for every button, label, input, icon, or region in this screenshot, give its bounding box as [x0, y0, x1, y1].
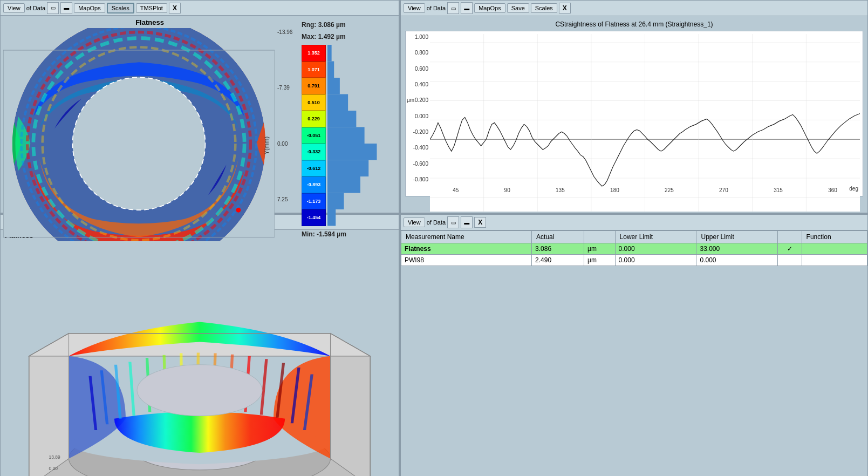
col-header-upper: Upper Limit	[696, 231, 778, 243]
rng-stat: Rng: 3.086 µm	[302, 21, 393, 29]
scales-button-tl[interactable]: Scales	[107, 3, 134, 13]
tmsplot-button-tl[interactable]: TMSPlot	[136, 3, 167, 13]
cell-actual-pwi98: 2.490	[532, 255, 584, 266]
y-axis-ticks: -13.96 -7.39 0.00 7.25 13.82	[277, 28, 296, 260]
panel-top-right: View of Data ▭ ▬ MapOps Save Scales X CS…	[400, 0, 868, 213]
close-button-br[interactable]: X	[474, 217, 486, 228]
histogram-area: Rng: 3.086 µm Max: 1.492 µm 1.352 1.071 …	[299, 18, 396, 276]
flatness-map-content: Flatness -13.96 -7.39 0.00 7.25 13.82	[1, 16, 399, 279]
mapops-button-tr[interactable]: MapOps	[474, 3, 505, 13]
straightness-graph-svg	[430, 34, 860, 212]
y-axis-labels: 1.000 0.800 0.600 0.400 0.200 0.000 -0.2…	[406, 34, 430, 182]
y-label-6: 0.000	[415, 113, 428, 119]
view-button-br[interactable]: View	[404, 217, 425, 227]
flatness-map-title: Flatness	[3, 18, 296, 26]
svg-rect-12	[327, 62, 334, 78]
cell-lower-pwi98: 0.000	[615, 255, 696, 266]
col-header-function: Function	[802, 231, 867, 243]
cell-check-flatness: ✓	[778, 243, 802, 255]
svg-text:Y(mm): Y(mm)	[263, 137, 270, 155]
map-svg-container: -13.96 -7.39 0.00 7.25 13.82	[3, 28, 296, 270]
icon-btn-1-tl[interactable]: ▭	[47, 2, 59, 14]
cell-name-pwi98: PWI98	[401, 255, 532, 266]
col-header-unit	[584, 231, 616, 243]
icon-btn-2-tr[interactable]: ▬	[461, 2, 473, 14]
x-label-4: 180	[610, 187, 619, 193]
icon-btn-2-tl[interactable]: ▬	[60, 2, 72, 14]
save-button-tr[interactable]: Save	[507, 3, 529, 13]
svg-rect-18	[327, 160, 368, 177]
x-label-7: 315	[774, 187, 783, 193]
svg-rect-15	[327, 111, 356, 127]
svg-text:0.00: 0.00	[49, 466, 58, 471]
cell-function-flatness	[802, 243, 867, 255]
y-label-1: 1.000	[415, 34, 428, 40]
y-tick-3: 0.00	[277, 141, 288, 147]
cell-function-pwi98	[802, 255, 867, 266]
x-label-8: 360	[828, 187, 837, 193]
svg-rect-13	[327, 78, 340, 94]
of-data-label-tl: of Data	[26, 5, 45, 11]
cb-7: -0.332	[302, 144, 326, 160]
cb-11: -1.454	[302, 209, 326, 226]
y-label-8: -0.400	[413, 145, 428, 151]
panel-bottom-right: View of Data ▭ ▬ X Measurement Name Actu…	[400, 214, 868, 476]
graph-area: 1.000 0.800 0.600 0.400 0.200 0.000 -0.2…	[405, 31, 863, 196]
cell-check-pwi98	[778, 255, 802, 266]
table-row-pwi98: PWI98 2.490 µm 0.000 0.000	[401, 255, 867, 266]
y-tick-2: -7.39	[277, 85, 290, 91]
icon-btn-2-br[interactable]: ▬	[461, 216, 473, 228]
col-header-actual: Actual	[532, 231, 584, 243]
svg-rect-19	[327, 176, 360, 193]
mapops-button-tl[interactable]: MapOps	[74, 3, 105, 13]
svg-rect-20	[327, 193, 344, 210]
cb-3: 0.791	[302, 78, 326, 94]
colorbar-container: 1.352 1.071 0.791 0.510 0.229 -0.051 -0.…	[302, 45, 393, 226]
cell-actual-flatness: 3.086	[532, 243, 584, 255]
close-button-tr[interactable]: X	[559, 3, 571, 13]
svg-rect-11	[327, 45, 332, 62]
icon-btn-1-tr[interactable]: ▭	[447, 2, 459, 14]
toolbar-top-left: View of Data ▭ ▬ MapOps Scales TMSPlot X	[1, 1, 399, 16]
view-button-tl[interactable]: View	[3, 3, 25, 13]
view-button-tr[interactable]: View	[404, 3, 425, 13]
close-button-tl[interactable]: X	[169, 3, 181, 13]
threed-svg: -13.89 0.00 13.89	[1, 241, 399, 476]
col-header-check	[778, 231, 802, 243]
svg-rect-17	[327, 144, 377, 160]
svg-point-47	[137, 365, 262, 416]
cell-name-flatness: Flatness	[401, 243, 532, 255]
svg-rect-16	[327, 127, 365, 144]
cell-upper-flatness: 33.000	[696, 243, 778, 255]
x-label-2: 90	[504, 187, 510, 193]
col-header-name: Measurement Name	[401, 231, 532, 243]
graph-title: CStraightness of Flatness at 26.4 mm (St…	[405, 21, 863, 28]
x-axis-labels: 45 90 135 180 225 270 315 360	[430, 187, 860, 193]
col-header-lower: Lower Limit	[615, 231, 696, 243]
y-unit-label: µm	[407, 97, 414, 103]
y-label-9: -0.600	[413, 161, 428, 167]
cell-unit-pwi98: µm	[584, 255, 616, 266]
scales-button-tr[interactable]: Scales	[531, 3, 557, 13]
cb-9: -0.893	[302, 176, 326, 193]
y-label-7: -0.200	[413, 129, 428, 135]
y-tick-4: 7.25	[277, 196, 288, 202]
y-tick-1: -13.96	[277, 29, 292, 35]
cb-5: 0.229	[302, 111, 326, 127]
flatness-map-area: Flatness -13.96 -7.39 0.00 7.25 13.82	[3, 18, 296, 276]
straightness-content: CStraightness of Flatness at 26.4 mm (St…	[401, 16, 867, 213]
x-unit-label: deg	[849, 186, 858, 192]
x-label-6: 270	[719, 187, 728, 193]
icon-btn-1-br[interactable]: ▭	[447, 216, 459, 228]
threed-container: -13.89 0.00 13.89	[1, 241, 399, 476]
y-label-2: 0.800	[415, 50, 428, 56]
panel-bottom-left: View of Data ▭ ▬ MapOps Surf Ex Scales T…	[0, 214, 399, 476]
data-table-content: Measurement Name Actual Lower Limit Uppe…	[401, 230, 867, 476]
svg-text:13.89: 13.89	[49, 454, 60, 460]
x-label-5: 225	[665, 187, 674, 193]
panel-top-left: View of Data ▭ ▬ MapOps Scales TMSPlot X…	[0, 0, 399, 213]
max-stat: Max: 1.492 µm	[302, 33, 393, 40]
svg-rect-14	[327, 94, 348, 111]
flatness-map-svg: Y(mm)	[3, 28, 275, 260]
cb-2: 1.071	[302, 62, 326, 78]
